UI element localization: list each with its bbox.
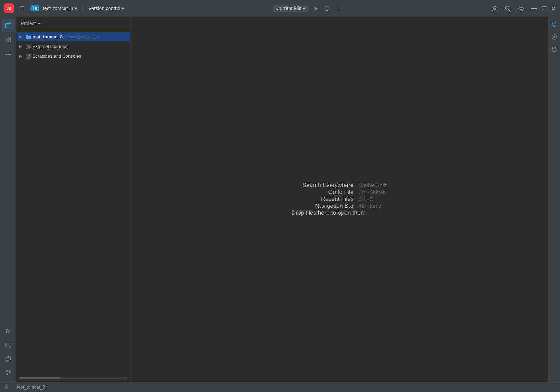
- current-file-dropdown[interactable]: Current File ▾: [273, 4, 309, 12]
- hint-shortcut: Alt+Home: [358, 203, 381, 209]
- restore-button[interactable]: ❐: [542, 5, 547, 12]
- hint-shortcut: Ctrl+Shift+N: [358, 189, 387, 195]
- svg-rect-8: [9, 37, 11, 39]
- project-name-dropdown[interactable]: test_tomcat_8 ▾: [43, 6, 77, 11]
- scratches-icon: 0: [26, 53, 31, 59]
- svg-rect-9: [6, 40, 8, 42]
- svg-marker-0: [315, 7, 318, 11]
- close-button[interactable]: ✕: [551, 5, 556, 12]
- root-folder-path: E:\code\java\test_to: [65, 35, 99, 39]
- tree-item-root[interactable]: ▶ test_tomcat_8 E:\code\java\test_to: [17, 32, 130, 41]
- app-logo: JB: [4, 3, 14, 13]
- titlebar-center: Current File ▾ ⋮: [128, 4, 487, 13]
- hint-shortcut: Ctrl+E: [358, 196, 373, 202]
- tree-item-scratches[interactable]: ▶ 0 Scratches and Consoles: [17, 51, 130, 61]
- status-build-icon[interactable]: ⊞: [4, 384, 9, 390]
- status-project-name[interactable]: test_tomcat_8: [17, 384, 45, 390]
- tree-item-external-libraries[interactable]: ▶ External Libraries: [17, 41, 130, 51]
- expand-arrow: ▶: [19, 35, 24, 39]
- main-layout: •••: [0, 17, 560, 382]
- left-icon-strip: •••: [0, 17, 17, 382]
- hint-action[interactable]: Search Everywhere: [291, 182, 354, 189]
- window-controls: — ❐ ✕: [531, 5, 556, 12]
- sidebar-tree: ▶ test_tomcat_8 E:\code\java\test_to ▶: [17, 30, 130, 375]
- svg-point-3: [505, 6, 509, 10]
- svg-rect-10: [9, 40, 11, 42]
- profile-icon[interactable]: [491, 4, 499, 12]
- terminal-icon[interactable]: [2, 339, 15, 351]
- folder-icon: [26, 34, 31, 39]
- debug-button[interactable]: [323, 4, 331, 13]
- sidebar-project-icon[interactable]: [2, 19, 15, 32]
- status-bar: ⊞ test_tomcat_8: [0, 382, 560, 392]
- content-area: Search EverywhereDouble ShiftGo to FileC…: [131, 17, 548, 382]
- sidebar-dropdown-icon[interactable]: ▾: [38, 21, 40, 26]
- plugins-icon[interactable]: [2, 33, 15, 46]
- hint-item: Recent FilesCtrl+E: [291, 196, 387, 203]
- hint-item: Navigation BarAlt+Home: [291, 203, 387, 209]
- svg-rect-19: [27, 46, 29, 48]
- hint-action[interactable]: Go to File: [291, 189, 354, 196]
- more-tools-icon[interactable]: •••: [2, 48, 15, 61]
- svg-point-17: [6, 374, 8, 375]
- svg-point-15: [6, 370, 8, 372]
- search-icon[interactable]: [504, 4, 512, 12]
- svg-line-4: [509, 10, 511, 11]
- hint-shortcut: Double Shift: [358, 182, 387, 188]
- database-icon[interactable]: [550, 44, 559, 54]
- svg-point-28: [552, 47, 556, 49]
- expand-arrow: ▶: [19, 54, 24, 58]
- more-options-button[interactable]: ⋮: [334, 4, 342, 13]
- titlebar: JB ☰ T8 test_tomcat_8 ▾ Version control …: [0, 0, 560, 17]
- hints-container: Search EverywhereDouble ShiftGo to FileC…: [291, 182, 387, 216]
- sidebar: Project ▾ ▶ test_tomcat_8 E:\code\java\t…: [17, 17, 131, 382]
- sidebar-title: Project: [21, 21, 36, 26]
- notifications-icon[interactable]: [550, 19, 559, 29]
- version-control-dropdown[interactable]: Version control ▾: [88, 6, 124, 11]
- hint-item: Search EverywhereDouble Shift: [291, 182, 387, 189]
- right-icon-strip: [548, 17, 560, 382]
- libraries-icon: [26, 43, 31, 49]
- hint-action[interactable]: Recent Files: [291, 196, 354, 203]
- run-button[interactable]: [312, 4, 320, 13]
- problems-icon[interactable]: [2, 353, 15, 365]
- expand-arrow: ▶: [19, 44, 24, 49]
- titlebar-separator: [83, 5, 83, 12]
- hamburger-menu-button[interactable]: ☰: [17, 3, 27, 13]
- ai-assistant-icon[interactable]: [550, 32, 559, 41]
- status-bar-icons: ⊞ test_tomcat_8: [4, 384, 45, 390]
- svg-rect-7: [6, 37, 8, 39]
- left-bottom-icons: [2, 325, 15, 379]
- svg-point-14: [8, 360, 9, 361]
- hint-item: Go to FileCtrl+Shift+N: [291, 189, 387, 196]
- project-badge: T8: [30, 5, 39, 11]
- sidebar-scrollbar-track: [17, 375, 130, 382]
- root-folder-label: test_tomcat_8: [32, 34, 62, 39]
- svg-point-16: [9, 370, 10, 372]
- svg-point-5: [520, 8, 522, 10]
- svg-point-27: [553, 36, 555, 38]
- git-icon[interactable]: [2, 366, 15, 379]
- minimize-button[interactable]: —: [531, 5, 537, 11]
- titlebar-right-icons: [491, 4, 525, 12]
- settings-icon[interactable]: [517, 4, 525, 12]
- hint-action[interactable]: Navigation Bar: [291, 203, 354, 209]
- external-libraries-label: External Libraries: [32, 44, 67, 49]
- scratches-label: Scratches and Consoles: [32, 53, 81, 59]
- svg-point-2: [493, 6, 496, 9]
- run-configurations-icon[interactable]: [2, 325, 15, 337]
- svg-rect-6: [6, 23, 11, 28]
- hint-item: Drop files here to open them: [291, 209, 387, 216]
- svg-marker-11: [7, 329, 10, 333]
- hint-action: Drop files here to open them: [291, 209, 366, 216]
- sidebar-header: Project ▾: [17, 17, 130, 30]
